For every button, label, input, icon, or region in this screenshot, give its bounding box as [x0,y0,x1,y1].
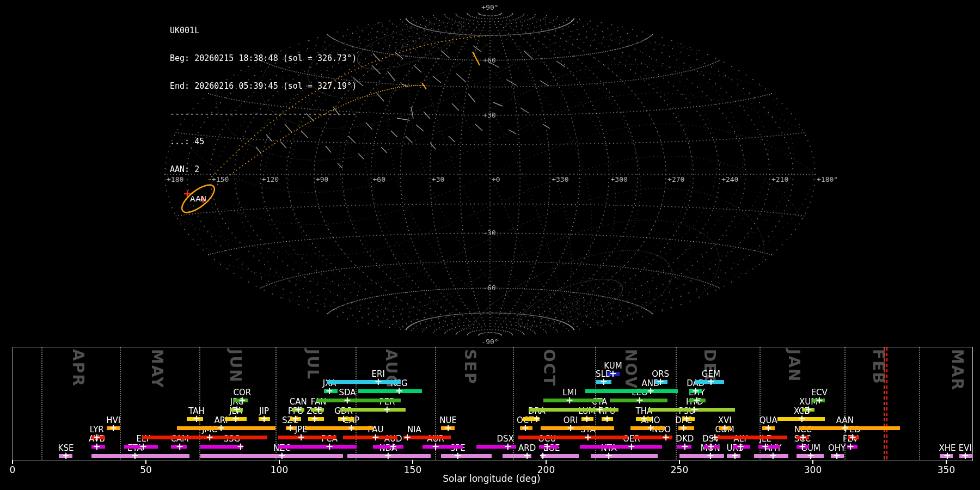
shower-peak-marker-DAD: + [691,387,700,395]
shower-peak-marker-PAU: + [371,433,380,442]
x-axis-tick-label: 150 [396,464,429,475]
shower-bar-AND [585,389,678,393]
month-gridline [120,347,121,460]
shower-peak-marker-ZCS: + [310,414,319,423]
shower-peak-marker-CAN: + [294,405,303,414]
shower-peak-marker-NOO: + [661,433,670,442]
shower-peak-marker-ETA: + [131,451,139,460]
shower-peak-marker-SZC: + [286,424,295,432]
shower-peak-marker-SSG: + [236,442,245,451]
shower-peak-marker-AMO: + [646,424,655,432]
shower-peak-marker-RPU: + [603,414,611,423]
shower-bar-ARI [177,426,275,430]
shower-bar-MON [679,454,724,458]
shower-peak-marker-PER: + [383,405,391,414]
shower-peak-marker-EVI: + [961,451,970,460]
shower-bar-AUR [422,445,463,449]
shower-peak-marker-HYD: + [690,405,699,414]
shower-peak-marker-PSU: + [682,414,691,423]
shower-peak-marker-URS: + [731,451,739,460]
month-label: JAN [785,349,803,383]
shower-peak-marker-AHY: + [769,451,777,460]
shower-peak-marker-AUR: + [431,442,440,451]
shower-bar-STA [518,436,628,439]
shower-bar-OER [580,445,662,449]
shower-bar-NTA [591,454,658,458]
shower-peak-marker-GDR: + [339,414,348,423]
x-axis-tick-label: 250 [663,464,696,475]
shower-bar-CAP [305,426,373,430]
shower-peak-marker-HVI: + [109,424,118,432]
shower-peak-marker-LEO: + [635,396,644,405]
shower-peak-marker-ERI: + [374,377,383,386]
shower-peak-marker-ORI: + [566,424,575,432]
shower-bar-KCG [358,389,422,393]
shower-peak-marker-DRA: + [532,414,541,423]
shower-peak-marker-CAP: + [347,424,356,432]
x-axis-tick-label: 300 [797,464,829,475]
shower-bar-SPE [441,454,492,458]
x-axis-tick [679,460,680,464]
shower-peak-marker-KCG: + [395,387,403,395]
month-label: JUN [226,349,244,383]
x-axis-tick-label: 50 [130,464,162,475]
shower-peak-marker-DPC: + [679,424,688,432]
shower-peak-marker-AAN: + [841,424,849,432]
month-label: MAY [148,349,166,389]
shower-peak-marker-XVI: + [720,424,729,432]
month-label: SEP [461,349,479,385]
shower-peak-marker-NCC: + [799,433,807,442]
x-axis-tick [412,460,413,464]
shower-peak-marker-OCU: + [543,442,552,451]
x-axis-tick-label: 350 [930,464,963,475]
shower-peak-marker-MON: + [706,451,715,460]
radiant-map-app: UK001L Beg: 20260215 18:38:48 (sol = 326… [0,0,980,490]
shower-peak-marker-KSE: + [62,451,70,460]
shower-peak-marker-QUA: + [764,424,773,432]
month-label: JUL [304,349,322,380]
month-gridline [199,347,200,460]
shower-peak-marker-JMC: + [205,433,214,442]
x-axis-tick-label: 200 [530,464,562,475]
shower-bar-ERI [327,380,401,384]
shower-bar-COM [714,436,787,439]
shower-bar-JMC [142,436,267,439]
shower-peak-marker-KUM: + [609,369,617,378]
shower-peak-marker-NTA: + [604,451,613,460]
shower-peak-marker-CTA: + [595,405,604,414]
shower-peak-marker-AND: + [646,387,655,395]
shower-peak-marker-COR: + [238,396,247,405]
shower-peak-marker-JRC: + [232,405,241,414]
current-sol-line [886,347,887,460]
shower-peak-marker-DSV: + [707,442,715,451]
month-label: OCT [540,349,558,387]
shower-bar-SDA [316,399,401,402]
x-axis-tick-label: 0 [0,464,29,475]
shower-peak-marker-SDA: + [343,396,352,405]
shower-peak-marker-FED: + [848,433,857,442]
shower-peak-marker-ELY: + [139,442,148,451]
shower-bar-PCA [278,445,357,449]
shower-bar-AAN [799,426,900,430]
shower-peak-marker-NDA: + [384,451,393,460]
shower-peak-marker-XUM: + [804,405,813,414]
shower-peak-marker-PPS: + [291,414,300,423]
shower-bar-AUD [373,445,403,449]
shower-peak-marker-THA: + [640,414,648,423]
shower-peak-marker-AVB: + [93,442,101,451]
shower-peak-marker-SCC: + [798,442,807,451]
shower-peak-marker-CAM: + [175,442,184,451]
shower-peak-marker-STA: + [584,433,592,442]
shower-peak-marker-NIA: + [403,433,412,442]
shower-peak-marker-ECV: + [815,396,824,405]
shower-peak-marker-SPE: + [454,451,462,460]
shower-peak-marker-GEM: + [707,377,715,386]
activity-timeline-chart: Solar longitude (deg) APRMAYJUNJULAUGSEP… [0,0,980,490]
month-label: APR [69,349,87,387]
shower-peak-marker-JIP: + [260,414,268,423]
shower-bar-ETA [91,454,189,458]
shower-peak-marker-OCT: + [521,424,530,432]
shower-peak-marker-DSX: + [504,442,512,451]
shower-peak-marker-DKD: + [681,442,689,451]
shower-peak-marker-AUD: + [389,442,397,451]
